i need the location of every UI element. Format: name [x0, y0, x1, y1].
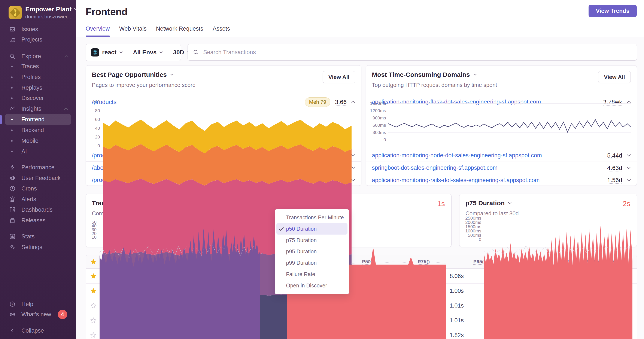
chevron-down-icon[interactable] [473, 74, 477, 76]
search-input[interactable] [203, 49, 632, 56]
view-trends-button[interactable]: View Trends [588, 5, 637, 17]
menu-item-p99-duration[interactable]: p99 Duration [275, 257, 349, 269]
metric-dropdown-menu: Transactions Per Minute p50 Duration p75… [275, 209, 349, 294]
sidebar-collapse-button[interactable]: Collapse [0, 325, 76, 336]
sidebar-item-user-feedback[interactable]: User Feedback [0, 173, 76, 183]
sidebar-item-discover[interactable]: Discover [0, 93, 76, 103]
chevron-down-icon[interactable] [351, 154, 355, 156]
sidebar-item-backend[interactable]: Backend [0, 125, 76, 135]
org-logo-icon [8, 6, 22, 19]
active-nav-indicator [0, 115, 2, 124]
clock-icon [9, 185, 16, 192]
check-icon [279, 227, 284, 231]
sidebar-item-replays[interactable]: Replays [0, 82, 76, 93]
sidebar-item-traces[interactable]: Traces [0, 61, 76, 72]
star-toggle[interactable] [90, 303, 96, 309]
y-axis: 100806040200 [91, 102, 101, 146]
chevron-down-icon [120, 51, 123, 53]
star-toggle[interactable] [90, 332, 96, 338]
sidebar-item-alerts[interactable]: Alerts [0, 194, 76, 205]
siren-icon [9, 196, 16, 203]
whats-new-count-badge: 4 [58, 310, 67, 319]
page-filter-bar: react All Envs 30D [86, 44, 181, 61]
sidebar-item-ai[interactable]: AI [0, 146, 76, 157]
sidebar-item-stats[interactable]: Stats [0, 231, 76, 242]
chevron-down-icon[interactable] [170, 74, 174, 76]
chevron-down-icon[interactable] [351, 167, 355, 169]
chevron-up-icon [64, 55, 68, 57]
star-toggle[interactable] [90, 288, 96, 294]
sidebar-item-profiles[interactable]: Profiles [0, 72, 76, 82]
sidebar-item-performance[interactable]: Performance [0, 162, 76, 173]
sidebar-item-dashboards[interactable]: Dashboards [0, 204, 76, 215]
y-axis: 1500ms1200ms900ms600ms300ms0 [370, 102, 387, 140]
star-column-header[interactable] [90, 259, 96, 265]
environment-filter[interactable]: All Envs [128, 44, 168, 61]
tab-assets[interactable]: Assets [212, 25, 230, 37]
svg-text:?: ? [12, 303, 13, 306]
projects-icon [9, 36, 16, 43]
bullet-icon [11, 97, 13, 99]
sidebar-item-settings[interactable]: Settings [0, 242, 76, 253]
search-icon [9, 53, 16, 60]
menu-item-transactions-per-minute[interactable]: Transactions Per Minute [275, 212, 349, 223]
app-root: Empower Plant dominik.buszowiec... Issue… [0, 0, 644, 339]
broadcast-icon [9, 311, 16, 318]
bullet-icon [11, 66, 13, 67]
chart-plot [484, 217, 632, 240]
tab-overview[interactable]: Overview [86, 25, 110, 37]
best-page-opportunities-panel: Best Page Opportunities Pages to improve… [86, 65, 362, 186]
tpm-chart: 5040302010 [89, 220, 260, 241]
star-toggle[interactable] [90, 273, 96, 279]
bullet-icon [11, 119, 13, 120]
web-vitals-stacked-chart: 100806040200 [91, 102, 352, 146]
menu-item-p95-duration[interactable]: p95 Duration [275, 246, 349, 257]
menu-item-failure-rate[interactable]: Failure Rate [275, 269, 349, 280]
sidebar-item-frontend[interactable]: Frontend [5, 114, 71, 125]
view-all-button[interactable]: View All [323, 71, 355, 83]
chevron-up-icon [64, 108, 68, 110]
sidebar-item-insights[interactable]: Insights [0, 103, 76, 114]
time-consuming-domains-panel: Most Time-Consuming Domains Top outgoing… [366, 65, 637, 186]
bullet-icon [11, 129, 13, 131]
megaphone-icon [9, 175, 16, 181]
sidebar-item-releases[interactable]: Releases [0, 215, 76, 226]
sidebar-item-projects[interactable]: Projects [0, 34, 76, 45]
menu-item-open-in-discover[interactable]: Open in Discover [275, 280, 349, 291]
sidebar-item-help[interactable]: ? Help [0, 299, 76, 310]
insights-icon [9, 105, 16, 112]
view-all-button[interactable]: View All [598, 71, 631, 83]
chart-plot [388, 102, 631, 140]
org-name: Empower Plant [25, 5, 72, 13]
star-toggle[interactable] [90, 317, 96, 324]
sidebar-item-crons[interactable]: Crons [0, 183, 76, 194]
sidebar-item-whats-new[interactable]: What's new 4 [0, 309, 76, 320]
sidebar-item-mobile[interactable]: Mobile [0, 135, 76, 146]
issues-icon [9, 26, 16, 33]
y-axis: 5040302010 [89, 220, 98, 241]
sidebar-item-issues[interactable]: Issues [0, 24, 76, 35]
panel-title: Best Page Opportunities [92, 71, 167, 78]
help-icon: ? [9, 301, 16, 308]
tab-bar: Overview Web Vitals Network Requests Ass… [86, 25, 230, 37]
react-icon [91, 48, 99, 56]
bullet-icon [11, 151, 13, 152]
menu-item-p50-duration[interactable]: p50 Duration [276, 223, 348, 235]
page-title: Frontend [86, 6, 128, 17]
chevron-down-icon[interactable] [351, 179, 355, 181]
chart-plot [103, 102, 352, 146]
tab-web-vitals[interactable]: Web Vitals [119, 25, 147, 37]
dashboard-grid-icon [9, 206, 16, 213]
p75-chart: 2500ms2000ms1500ms1000ms500ms0 [463, 217, 632, 240]
org-switcher[interactable]: Empower Plant dominik.buszowiec... [8, 5, 78, 20]
page-header: Frontend View Trends Overview Web Vitals… [76, 0, 644, 37]
panel-title: Most Time-Consuming Domains [372, 71, 470, 78]
sidebar-item-explore[interactable]: Explore [0, 51, 76, 62]
domain-duration-chart: 1500ms1200ms900ms600ms300ms0 [370, 102, 631, 140]
project-filter[interactable]: react [86, 44, 128, 61]
bullet-icon [11, 76, 13, 78]
bullet-icon [11, 87, 13, 89]
menu-item-p75-duration[interactable]: p75 Duration [275, 235, 349, 246]
chevron-up-icon[interactable] [351, 101, 355, 103]
tab-network-requests[interactable]: Network Requests [156, 25, 204, 37]
